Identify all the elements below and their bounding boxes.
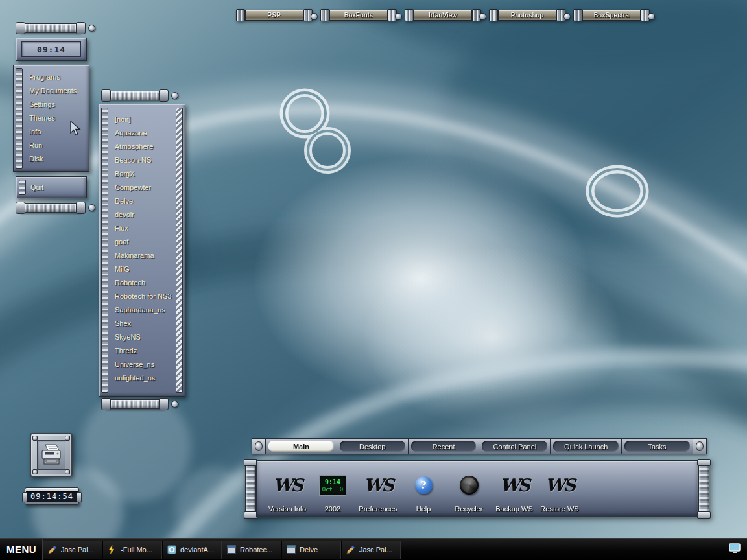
theme-item-aquazone[interactable]: Aquazone xyxy=(99,126,185,140)
taskbar-task-full-mo[interactable]: -Full Mo... xyxy=(102,541,162,559)
dock: WS Version Info 9:14 Oct 10 2002 WS Pref… xyxy=(245,460,709,517)
launcher-boxspectra[interactable]: BoxSpectra xyxy=(573,9,650,21)
theme-item-milg[interactable]: MilG xyxy=(99,262,185,276)
ws-logo-icon: WS xyxy=(364,476,392,494)
theme-item-shex[interactable]: Shex xyxy=(99,317,185,331)
system-tray xyxy=(729,543,747,556)
theme-item-noir[interactable]: [noir] xyxy=(99,113,185,126)
dock-end-cap xyxy=(693,438,707,454)
taskbar-task-delve[interactable]: Delve xyxy=(281,541,341,559)
theme-item-goof[interactable]: goof xyxy=(99,235,185,249)
launcher-cap xyxy=(405,9,414,21)
theme-item-borgx[interactable]: BorgX xyxy=(99,167,185,181)
dock-item-help[interactable]: ? Help xyxy=(401,465,446,513)
bolt-icon xyxy=(65,436,70,441)
dock-tab-main[interactable]: Main xyxy=(266,438,337,454)
theme-item-skyens[interactable]: SkyeNS xyxy=(99,331,185,344)
dock-tabs: Main Desktop Recent Control Panel Quick … xyxy=(252,438,707,454)
printer-icon xyxy=(38,443,64,467)
taskbar-task-jasc-1[interactable]: Jasc Pai... xyxy=(43,541,102,559)
ws-logo-icon: WS xyxy=(273,476,302,494)
launcher-cap xyxy=(573,9,582,21)
launcher-label: BoxSpectra xyxy=(594,12,630,19)
launcher-label: BoxFonts xyxy=(344,12,374,19)
printer-widget[interactable] xyxy=(30,433,73,477)
window-icon xyxy=(227,545,236,554)
launcher-cap xyxy=(489,9,498,21)
dock-tab-control-panel[interactable]: Control Panel xyxy=(479,438,551,454)
dock-item-preferences[interactable]: WS Preferences xyxy=(355,465,401,513)
menu-rail xyxy=(19,180,26,195)
theme-item-unlighted-ns[interactable]: unlighted_ns xyxy=(99,371,185,385)
paintbrush-icon xyxy=(346,545,355,554)
menu-rail xyxy=(16,68,23,169)
theme-item-robotech-ns3[interactable]: Robotech for NS3 xyxy=(99,290,185,303)
theme-item-beacon-ns[interactable]: Beacon-NS xyxy=(99,154,185,167)
dock-item-backup-ws[interactable]: WS Backup WS xyxy=(492,465,537,513)
dock-tab-recent[interactable]: Recent xyxy=(409,438,480,454)
dock-item-version-info[interactable]: WS Version Info xyxy=(265,465,310,513)
help-icon: ? xyxy=(415,476,433,494)
theme-item-flux[interactable]: Flux xyxy=(99,222,185,235)
dock-item-calendar[interactable]: 9:14 Oct 10 2002 xyxy=(310,465,355,513)
theme-item-devoir[interactable]: devoir xyxy=(99,208,185,222)
menu-item-my-documents[interactable]: My Documents xyxy=(14,84,89,98)
launcher-cap xyxy=(303,9,313,21)
launcher-boxfonts[interactable]: BoxFonts xyxy=(320,9,397,21)
launcher-photoshop[interactable]: Photoshop xyxy=(489,9,565,21)
recycler-icon xyxy=(460,476,479,495)
taskbar-menu-button[interactable]: MENU xyxy=(0,539,43,560)
menu-item-settings[interactable]: Settings xyxy=(14,98,89,111)
theme-item-compewter[interactable]: Compewter xyxy=(99,181,185,194)
theme-item-universe-ns[interactable]: Universe_ns xyxy=(99,358,185,371)
handle-knob-icon xyxy=(171,401,178,408)
taskbar-task-deviantart[interactable]: deviantA... xyxy=(162,541,222,559)
clock-widget: 09:14:54 xyxy=(25,487,79,505)
dock-tab-desktop[interactable]: Desktop xyxy=(337,438,409,454)
theme-item-thredz[interactable]: Thredz xyxy=(99,344,185,358)
menu-item-themes[interactable]: Themes xyxy=(14,111,89,125)
drag-handle[interactable] xyxy=(245,460,256,517)
display-tray-icon[interactable] xyxy=(729,543,741,556)
menu-item-disk[interactable]: Disk xyxy=(14,152,89,166)
theme-item-makinarama[interactable]: Makinarama xyxy=(99,249,185,262)
theme-item-saphardana[interactable]: Saphardana_ns xyxy=(99,303,185,317)
launcher-cap xyxy=(472,9,481,21)
menu-rail xyxy=(101,108,108,393)
menu-item-info[interactable]: Info xyxy=(14,125,89,139)
launcher-psp[interactable]: PSP xyxy=(236,9,313,21)
menu-item-run[interactable]: Run xyxy=(14,139,89,152)
dock-tab-tasks[interactable]: Tasks xyxy=(622,438,693,454)
dock-item-recycler[interactable]: Recycler xyxy=(446,465,492,513)
launcher-cap xyxy=(388,9,397,21)
drag-handle[interactable] xyxy=(698,460,709,517)
menu-clock: 09:14 xyxy=(21,41,81,57)
paintbrush-icon xyxy=(48,545,57,554)
taskbar: MENU Jasc Pai... -Full Mo... deviantA...… xyxy=(0,538,747,560)
launcher-cap xyxy=(556,9,565,21)
drag-handle[interactable] xyxy=(19,23,82,33)
theme-item-delve[interactable]: Delve xyxy=(99,194,185,208)
deviantart-icon xyxy=(167,545,176,554)
drag-handle[interactable] xyxy=(19,203,82,213)
themes-menu: [noir] Aquazone Atmosphere Beacon-NS Bor… xyxy=(97,91,187,410)
menu-body: Programs My Documents Settings Themes In… xyxy=(13,65,89,172)
menu-item-quit[interactable]: Quit xyxy=(16,176,87,198)
launcher-cap xyxy=(320,9,329,21)
drag-handle[interactable] xyxy=(105,399,165,409)
dock-item-restore-ws[interactable]: WS Restore WS xyxy=(537,465,582,513)
menu-item-programs[interactable]: Programs xyxy=(14,71,89,84)
lightning-icon xyxy=(108,545,117,554)
launcher-irfanview[interactable]: IrfanView xyxy=(405,9,481,21)
drag-handle[interactable] xyxy=(105,91,165,100)
desktop: PSP BoxFonts IrfanView Photoshop BoxSpec… xyxy=(0,0,747,560)
bolt-icon xyxy=(32,469,38,474)
theme-item-atmosphere[interactable]: Atmosphere xyxy=(99,140,185,154)
dock-tab-quick-launch[interactable]: Quick Launch xyxy=(551,438,622,454)
taskbar-task-robotech[interactable]: Robotec... xyxy=(222,541,281,559)
ws-logo-icon: WS xyxy=(545,476,574,494)
theme-item-robotech[interactable]: Robotech xyxy=(99,276,185,290)
taskbar-task-jasc-2[interactable]: Jasc Pai... xyxy=(341,541,401,559)
main-menu: 09:14 Programs My Documents Settings The… xyxy=(12,23,91,218)
handle-knob-icon xyxy=(88,25,95,32)
